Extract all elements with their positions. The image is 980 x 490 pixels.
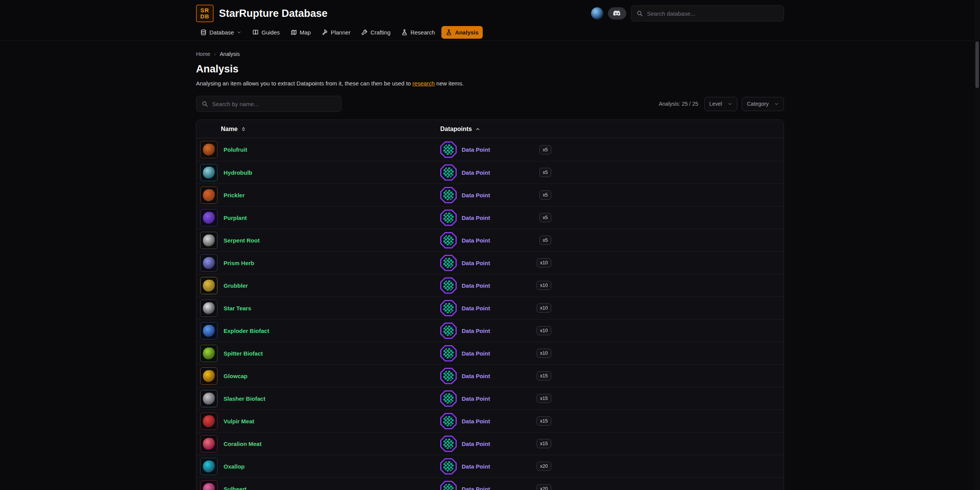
table-row[interactable]: Serpent Root Data Point x5 <box>196 229 784 251</box>
table-row[interactable]: Sulheart Data Point x20 <box>196 477 784 490</box>
data-point-link[interactable]: Data Point <box>462 215 490 221</box>
data-point-link[interactable]: Data Point <box>462 260 490 266</box>
item-icon <box>200 187 217 204</box>
item-name-link[interactable]: Prism Herb <box>224 260 254 266</box>
item-icon <box>200 254 217 272</box>
item-icon <box>200 390 217 407</box>
name-cell: Grubbler <box>196 277 440 294</box>
datapoints-cell: Data Point x15 <box>440 413 551 429</box>
column-header-name[interactable]: Name <box>196 126 440 133</box>
quantity-badge: x10 <box>537 258 551 267</box>
item-name-link[interactable]: Spitter Biofact <box>224 350 263 357</box>
item-name-link[interactable]: Oxallop <box>224 463 245 470</box>
item-icon-art <box>203 167 215 179</box>
table-row[interactable]: Polufruit Data Point x5 <box>196 138 784 161</box>
name-search-input[interactable] <box>212 101 336 107</box>
data-point-link[interactable]: Data Point <box>462 237 490 244</box>
item-name-link[interactable]: Hydrobulb <box>224 169 252 176</box>
data-point-link[interactable]: Data Point <box>462 328 490 334</box>
quantity-badge: x5 <box>539 213 551 222</box>
name-cell: Coralion Meat <box>196 435 440 452</box>
name-search <box>196 96 341 112</box>
data-point-icon <box>440 164 457 181</box>
item-name-link[interactable]: Polufruit <box>224 146 247 153</box>
data-point-link[interactable]: Data Point <box>462 395 490 402</box>
item-name-link[interactable]: Sulheart <box>224 486 247 490</box>
level-filter-select[interactable]: Level <box>704 97 737 111</box>
table-row[interactable]: Purplant Data Point x5 <box>196 206 784 229</box>
global-search-input[interactable] <box>647 10 778 17</box>
item-name-link[interactable]: Slasher Biofact <box>224 395 265 402</box>
table-row[interactable]: Oxallop Data Point x20 <box>196 455 784 477</box>
name-cell: Hydrobulb <box>196 164 440 181</box>
item-icon <box>200 458 217 475</box>
table-row[interactable]: Prism Herb Data Point x10 <box>196 251 784 274</box>
table-row[interactable]: Star Tears Data Point x10 <box>196 297 784 319</box>
data-point-link[interactable]: Data Point <box>462 192 490 198</box>
item-name-link[interactable]: Exploder Biofact <box>224 328 269 334</box>
table-row[interactable]: Exploder Biofact Data Point x10 <box>196 319 784 342</box>
home-logo-link[interactable]: SR DB StarRupture Database <box>196 5 328 22</box>
item-name-link[interactable]: Coralion Meat <box>224 441 261 447</box>
breadcrumb-home-link[interactable]: Home <box>196 51 210 57</box>
item-icon-art <box>203 189 215 201</box>
table-row[interactable]: Hydrobulb Data Point x5 <box>196 161 784 184</box>
data-point-link[interactable]: Data Point <box>462 305 490 311</box>
data-point-link[interactable]: Data Point <box>462 486 490 490</box>
data-point-link[interactable]: Data Point <box>462 441 490 447</box>
table-row[interactable]: Coralion Meat Data Point x15 <box>196 432 784 455</box>
datapoints-cell: Data Point x15 <box>440 390 551 407</box>
breadcrumb: Home › Analysis <box>196 51 784 57</box>
item-name-link[interactable]: Prickler <box>224 192 245 198</box>
item-name-link[interactable]: Glowcap <box>224 373 248 379</box>
user-avatar[interactable] <box>591 7 603 20</box>
nav-item-research[interactable]: Research <box>397 26 439 39</box>
scrollbar-thumb[interactable] <box>975 41 979 88</box>
datapoints-cell: Data Point x10 <box>440 300 551 316</box>
item-name-link[interactable]: Purplant <box>224 215 247 221</box>
item-icon <box>200 345 217 362</box>
nav-item-guides[interactable]: Guides <box>248 26 284 39</box>
datapoints-cell: Data Point x20 <box>440 481 551 490</box>
data-point-link[interactable]: Data Point <box>462 463 490 470</box>
nav-item-analysis[interactable]: Analysis <box>441 26 483 39</box>
column-header-datapoints[interactable]: Datapoints <box>440 126 480 133</box>
item-name-link[interactable]: Serpent Root <box>224 237 260 244</box>
chevron-down-icon <box>727 102 732 107</box>
table-row[interactable]: Vulpir Meat Data Point x15 <box>196 410 784 432</box>
category-filter-select[interactable]: Category <box>742 97 784 111</box>
breadcrumb-separator: › <box>214 51 216 57</box>
data-point-link[interactable]: Data Point <box>462 350 490 357</box>
data-point-link[interactable]: Data Point <box>462 282 490 289</box>
breadcrumb-current: Analysis <box>220 51 240 57</box>
database-icon <box>200 29 207 36</box>
datapoints-cell: Data Point x5 <box>440 164 551 181</box>
data-point-link[interactable]: Data Point <box>462 169 490 176</box>
nav-item-database[interactable]: Database <box>196 26 246 39</box>
quantity-badge: x15 <box>537 439 551 448</box>
logo-line1: SR <box>201 7 209 13</box>
table-row[interactable]: Glowcap Data Point x15 <box>196 364 784 387</box>
data-point-link[interactable]: Data Point <box>462 146 490 153</box>
data-point-icon <box>440 436 457 452</box>
item-name-link[interactable]: Grubbler <box>224 282 248 289</box>
item-icon-art <box>203 257 215 269</box>
item-icon-art <box>203 234 215 246</box>
analysis-table: Name Datapoints Polufruit Data Point x5 <box>196 120 784 490</box>
data-point-link[interactable]: Data Point <box>462 418 490 424</box>
research-link[interactable]: research <box>412 80 434 87</box>
table-row[interactable]: Prickler Data Point x5 <box>196 184 784 206</box>
item-name-link[interactable]: Vulpir Meat <box>224 418 254 424</box>
table-row[interactable]: Slasher Biofact Data Point x15 <box>196 387 784 410</box>
nav-item-crafting[interactable]: Crafting <box>357 26 395 39</box>
table-row[interactable]: Spitter Biofact Data Point x10 <box>196 342 784 364</box>
table-row[interactable]: Grubbler Data Point x10 <box>196 274 784 297</box>
nav-item-planner[interactable]: Planner <box>317 26 355 39</box>
data-point-icon <box>440 232 457 249</box>
name-cell: Purplant <box>196 209 440 226</box>
data-point-link[interactable]: Data Point <box>462 373 490 379</box>
item-name-link[interactable]: Star Tears <box>224 305 251 311</box>
nav-item-map[interactable]: Map <box>286 26 315 39</box>
discord-button[interactable] <box>608 7 626 20</box>
item-icon <box>200 141 217 158</box>
